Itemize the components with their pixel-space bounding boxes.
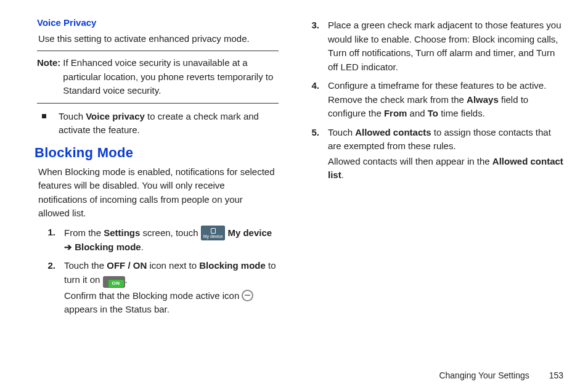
on-toggle-label: ON [108, 280, 124, 287]
step-5-number: 5. [309, 126, 328, 182]
blocking-mode-intro: When Blocking mode is enabled, notificat… [38, 165, 276, 221]
step-3-body: Place a green check mark adjacent to tho… [328, 18, 565, 74]
s1-b3: Blocking mode [75, 242, 141, 252]
bullet-pre: Touch [59, 111, 86, 121]
note-body: If Enhanced voice security is unavailabl… [63, 56, 276, 98]
s2-b2: Blocking mode [199, 260, 266, 271]
step-3: 3. Place a green check mark adjacent to … [309, 18, 565, 74]
step-5-body: Touch Allowed contacts to assign those c… [328, 126, 565, 182]
step-1: 1. From the Settings screen, touch My de… [21, 226, 276, 255]
s4-t3: and [407, 108, 427, 118]
page-columns: Voice Privacy Use this setting to activa… [21, 16, 567, 322]
s1-b2: My device [227, 227, 272, 238]
s5-cont1: Allowed contacts will then appear in the [328, 156, 492, 166]
square-bullet-icon [42, 114, 46, 118]
s4-t4: time fields. [438, 108, 485, 118]
step-3-number: 3. [309, 18, 328, 74]
step-5: 5. Touch Allowed contacts to assign thos… [309, 126, 565, 182]
footer-page-number: 153 [549, 370, 563, 380]
blocking-mode-heading: Blocking Mode [35, 142, 279, 163]
page-footer: Changing Your Settings 153 [439, 369, 563, 382]
right-column: 3. Place a green check mark adjacent to … [309, 16, 567, 322]
s1-t2: screen, touch [140, 227, 200, 238]
blocking-mode-active-icon [242, 290, 253, 301]
hr-top [37, 51, 279, 51]
blocking-mode-steps-right: 3. Place a green check mark adjacent to … [309, 18, 565, 182]
bullet-bold: Voice privacy [86, 111, 145, 121]
s2-cont2: appears in the Status bar. [64, 304, 169, 314]
hr-bottom [37, 103, 279, 104]
s1-t3: . [141, 242, 144, 252]
blocking-mode-steps-left: 1. From the Settings screen, touch My de… [21, 226, 276, 317]
step-4-number: 4. [309, 79, 328, 121]
note: Note: If Enhanced voice security is unav… [37, 56, 276, 98]
step-2: 2. Touch the OFF / ON icon next to Block… [21, 259, 276, 317]
footer-section-title: Changing Your Settings [439, 370, 529, 380]
voice-privacy-bullet: Touch Voice privacy to create a check ma… [42, 110, 276, 137]
s5-t1: Touch [328, 127, 355, 137]
s5-cont2: . [341, 169, 344, 180]
on-toggle-icon: ON [103, 276, 125, 288]
s2-cont1: Confirm that the Blocking mode active ic… [64, 290, 242, 301]
s2-b1: OFF / ON [107, 260, 147, 271]
step-2-number: 2. [21, 259, 64, 317]
left-column: Voice Privacy Use this setting to activa… [21, 16, 279, 322]
step-2-continuation: Confirm that the Blocking mode active ic… [64, 289, 276, 317]
s1-b1: Settings [104, 227, 140, 238]
arrow-icon: ➔ [64, 242, 75, 252]
step-2-body: Touch the OFF / ON icon next to Blocking… [64, 259, 276, 317]
s2-t1: Touch the [64, 260, 107, 271]
step-4: 4. Configure a timeframe for these featu… [309, 79, 565, 121]
voice-privacy-heading: Voice Privacy [37, 16, 279, 30]
note-label: Note: [37, 56, 60, 98]
voice-privacy-para: Use this setting to activate enhanced pr… [38, 32, 276, 46]
s4-b2: From [384, 108, 407, 118]
step-1-number: 1. [21, 226, 64, 255]
s4-b1: Always [467, 94, 499, 105]
my-device-tab-icon-label: My device [203, 234, 223, 239]
s2-t4: . [125, 274, 128, 285]
s1-t1: From the [64, 227, 104, 238]
s5-b1: Allowed contacts [355, 127, 431, 137]
s2-t2: icon next to [147, 260, 199, 271]
voice-privacy-bullet-text: Touch Voice privacy to create a check ma… [59, 110, 276, 137]
step-1-body: From the Settings screen, touch My devic… [64, 226, 276, 255]
s4-b3: To [428, 108, 438, 118]
step-4-body: Configure a timeframe for these features… [328, 79, 565, 121]
step-5-continuation: Allowed contacts will then appear in the… [328, 155, 565, 182]
my-device-tab-icon: My device [201, 226, 226, 240]
